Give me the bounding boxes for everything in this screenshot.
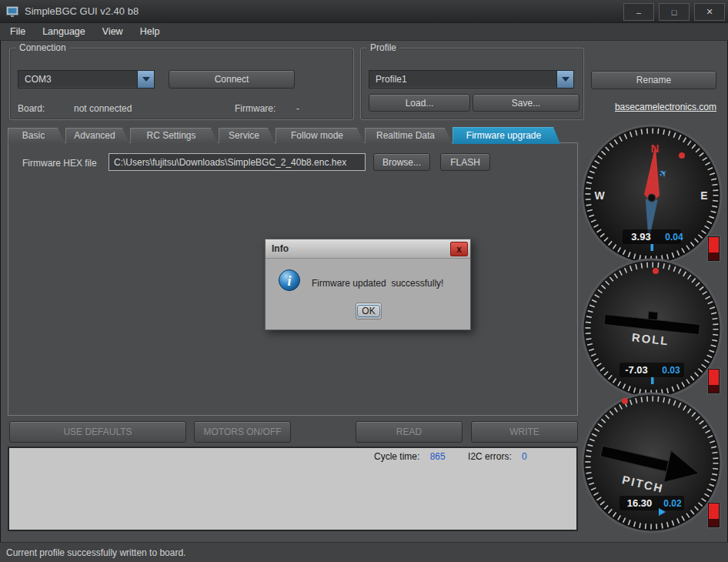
svg-text:i: i [287,273,291,289]
firmware-label: Firmware: [235,103,276,114]
telemetry-row: Cycle time: 865 I2C errors: 0 [374,451,527,462]
website-link[interactable]: basecamelectronics.com [615,102,716,112]
profile-select[interactable]: Profile1 [369,70,574,89]
tab-label: Realtime Data [376,130,440,141]
tab-follow-mode[interactable]: Follow mode [276,128,364,143]
minimize-icon: – [636,8,641,17]
tab-label: Firmware upgrade [466,130,546,141]
menu-help[interactable]: Help [132,23,169,40]
info-icon: i [278,269,301,292]
com-port-value: COM3 [18,71,137,88]
info-dialog-titlebar[interactable]: Info [265,239,470,259]
pitch-error-bar [708,503,720,527]
i2c-errors-label: I2C errors: [468,451,512,462]
connect-button[interactable]: Connect [169,70,295,89]
heading-error-bar [708,236,720,261]
load-button[interactable]: Load... [369,94,470,112]
tab-label: Follow mode [291,130,349,141]
maximize-button[interactable]: □ [659,3,690,21]
write-button[interactable]: WRITE [471,421,578,443]
close-icon: ✕ [706,7,713,17]
cycle-time-label: Cycle time: [374,451,419,462]
cardinal-w-label: W [594,189,605,202]
browse-button[interactable]: Browse... [373,153,430,171]
info-dialog: Info x i Firmware updated successfully! … [265,239,471,330]
dialog-message: Firmware updated successfully! [312,278,443,289]
tab-realtime-data[interactable]: Realtime Data [365,128,452,143]
hex-file-input[interactable] [109,153,366,171]
titlebar[interactable]: SimpleBGC GUI v2.40 b8 – □ ✕ [0,0,728,23]
motors-onoff-button[interactable]: MOTORS ON/OFF [194,421,291,443]
app-window: SimpleBGC GUI v2.40 b8 – □ ✕ File Langua… [0,0,728,562]
chevron-down-icon [556,71,573,88]
heading-target-dot [679,152,685,159]
tab-rc-settings[interactable]: RC Settings [130,128,218,143]
chevron-down-icon [137,71,154,88]
com-port-select[interactable]: COM3 [18,70,155,89]
pitch-target-dot [622,398,628,404]
rename-button[interactable]: Rename [591,71,716,89]
roll-target-dot [653,268,659,274]
read-button[interactable]: READ [356,421,463,443]
status-message: Current profile successfully written to … [6,547,185,558]
close-button[interactable]: ✕ [694,3,725,21]
window-title: SimpleBGC GUI v2.40 b8 [25,5,139,17]
roll-error-bar [708,369,720,393]
profile-group: Profile Profile1 Load... Save... [360,48,584,120]
roll-value: -7.03 [625,364,648,376]
tab-label: Service [229,130,265,141]
tab-basic[interactable]: Basic [8,128,65,143]
tab-label: Advanced [74,130,120,141]
roll-setpoint-value: 0.03 [662,365,680,376]
menubar: File Language View Help [0,23,728,41]
roll-gauge: ROLL -7.03 0.03 [579,256,725,402]
i2c-errors-value: 0 [522,451,527,462]
heading-value: 3.93 [631,231,650,243]
tab-label: Basic [22,130,50,141]
dialog-close-button[interactable]: x [450,242,468,256]
firmware-version-value: - [296,103,299,114]
app-icon [6,5,18,18]
dialog-title: Info [272,243,289,254]
window-controls: – □ ✕ [619,3,725,21]
tab-service[interactable]: Service [219,128,275,143]
maximize-icon: □ [672,8,677,17]
hex-file-label: Firmware HEX file [22,158,97,169]
tab-firmware-upgrade[interactable]: Firmware upgrade [452,127,560,144]
menu-language[interactable]: Language [34,23,94,40]
profile-value: Profile1 [369,71,556,88]
tab-advanced[interactable]: Advanced [65,128,129,143]
status-bar: Current profile successfully written to … [0,542,728,562]
board-status-value: not connected [74,103,132,114]
use-defaults-button[interactable]: USE DEFAULTS [9,421,186,443]
minimize-button[interactable]: – [623,3,654,21]
flash-button[interactable]: FLASH [440,153,490,171]
pitch-value: 16.30 [627,497,653,509]
menu-view[interactable]: View [94,23,132,40]
profile-group-label: Profile [367,42,399,53]
connection-group-label: Connection [16,42,69,53]
menu-file[interactable]: File [2,23,34,40]
board-label: Board: [18,103,45,114]
cardinal-e-label: E [700,189,707,202]
tab-label: RC Settings [146,130,201,141]
pitch-setpoint-value: 0.02 [663,498,682,509]
heading-marker [651,244,654,251]
ok-button-label: OK [357,305,379,317]
save-button[interactable]: Save... [473,94,579,112]
log-panel: Cycle time: 865 I2C errors: 0 [8,447,578,531]
heading-setpoint-value: 0.04 [665,232,683,243]
tab-bar: Basic Advanced RC Settings Service Follo… [8,126,561,143]
cycle-time-value: 865 [430,451,446,462]
connection-group: Connection COM3 Connect Board: not conne… [9,48,354,120]
heading-gauge: N E W ✈ 3.93 0.04 [579,122,725,268]
roll-marker [651,377,654,384]
ok-button[interactable]: OK [356,303,382,319]
pitch-gauge: PITCH 16.30 0.02 [579,390,725,536]
close-icon: x [456,244,462,255]
